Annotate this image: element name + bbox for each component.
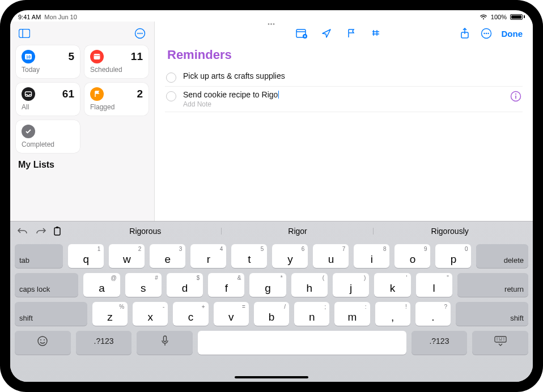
svg-point-3 bbox=[137, 33, 138, 34]
key-r[interactable]: r4 bbox=[190, 244, 226, 268]
keyboard-suggestions: Rigorous Rigor Rigorously bbox=[69, 224, 526, 238]
count-all: 61 bbox=[62, 88, 74, 100]
svg-point-25 bbox=[40, 339, 41, 340]
more-sidebar-icon[interactable] bbox=[134, 27, 146, 40]
undo-icon[interactable] bbox=[17, 227, 28, 236]
key-h[interactable]: h( bbox=[291, 273, 328, 297]
suggestion[interactable]: Rigor bbox=[222, 224, 374, 238]
key-c[interactable]: c+ bbox=[173, 302, 208, 326]
battery-icon bbox=[510, 14, 525, 20]
label-today: Today bbox=[22, 66, 74, 74]
smart-lists: 10 5 Today 11 Scheduled bbox=[16, 45, 149, 153]
clipboard-icon[interactable] bbox=[53, 226, 62, 236]
card-flagged[interactable]: 2 Flagged bbox=[84, 83, 149, 116]
ipad-device-frame: ••• 9:41 AM Mon Jun 10 100% bbox=[0, 0, 543, 392]
key-e[interactable]: e3 bbox=[150, 244, 185, 268]
svg-rect-21 bbox=[515, 96, 516, 99]
sidebar: 10 5 Today 11 Scheduled bbox=[10, 22, 155, 221]
keyboard: Rigorous Rigor Rigorously tab q1w2e3r4t5… bbox=[10, 221, 533, 382]
screen: ••• 9:41 AM Mon Jun 10 100% bbox=[10, 10, 533, 382]
tag-icon[interactable] bbox=[370, 27, 383, 40]
key-z[interactable]: z% bbox=[92, 302, 128, 326]
key-d[interactable]: d$ bbox=[167, 273, 203, 297]
key-space[interactable] bbox=[198, 331, 406, 355]
key-.[interactable]: .? bbox=[415, 302, 451, 326]
key-numeric-left[interactable]: .?123 bbox=[76, 331, 132, 355]
card-today[interactable]: 10 5 Today bbox=[16, 45, 80, 78]
key-g[interactable]: g* bbox=[249, 273, 286, 297]
home-indicator[interactable] bbox=[235, 376, 308, 378]
key-,[interactable]: ,! bbox=[375, 302, 410, 326]
card-all[interactable]: 61 All bbox=[16, 83, 80, 116]
key-delete[interactable]: delete bbox=[476, 244, 528, 268]
reminder-row-editing[interactable]: Send cookie recipe to Rigo Add Note bbox=[165, 87, 523, 112]
main-toolbar: Done bbox=[165, 24, 523, 43]
reminder-row[interactable]: Pick up arts & crafts supplies bbox=[165, 68, 523, 87]
key-x[interactable]: x- bbox=[133, 302, 168, 326]
flag-icon bbox=[90, 87, 104, 101]
key-shift-right[interactable]: shift bbox=[456, 302, 528, 326]
more-main-icon[interactable] bbox=[480, 27, 493, 40]
svg-rect-28 bbox=[495, 336, 506, 342]
reminder-text-editing[interactable]: Send cookie recipe to Rigo bbox=[183, 90, 503, 99]
key-shift-left[interactable]: shift bbox=[15, 302, 87, 326]
multitasking-dots-icon[interactable]: ••• bbox=[268, 21, 275, 27]
reminder-radio[interactable] bbox=[166, 91, 176, 101]
key-i[interactable]: i8 bbox=[354, 244, 389, 268]
status-bar: 9:41 AM Mon Jun 10 100% bbox=[10, 10, 533, 22]
list-title: Reminders bbox=[167, 48, 523, 62]
key-b[interactable]: b/ bbox=[254, 302, 289, 326]
toggle-sidebar-icon[interactable] bbox=[18, 27, 31, 40]
key-capslock[interactable]: caps lock bbox=[15, 273, 78, 297]
key-v[interactable]: v= bbox=[214, 302, 249, 326]
label-all: All bbox=[22, 103, 74, 111]
calendar-icon bbox=[90, 50, 104, 63]
count-flagged: 2 bbox=[137, 88, 143, 100]
card-scheduled[interactable]: 11 Scheduled bbox=[84, 45, 149, 78]
key-f[interactable]: f& bbox=[208, 273, 244, 297]
svg-point-5 bbox=[141, 33, 142, 34]
key-m[interactable]: m: bbox=[334, 302, 370, 326]
key-a[interactable]: a@ bbox=[83, 273, 120, 297]
card-completed[interactable]: Completed bbox=[16, 120, 80, 153]
key-tab[interactable]: tab bbox=[15, 244, 63, 268]
key-j[interactable]: j) bbox=[333, 273, 369, 297]
calendar-add-icon[interactable] bbox=[295, 27, 308, 40]
key-n[interactable]: n; bbox=[294, 302, 329, 326]
key-l[interactable]: l" bbox=[416, 273, 452, 297]
add-note-placeholder[interactable]: Add Note bbox=[183, 100, 503, 108]
suggestion[interactable]: Rigorous bbox=[69, 224, 222, 238]
key-hide-keyboard[interactable] bbox=[472, 331, 528, 355]
share-icon[interactable] bbox=[459, 27, 471, 40]
key-dictation[interactable] bbox=[137, 331, 193, 355]
key-numeric-right[interactable]: .?123 bbox=[412, 331, 468, 355]
done-button[interactable]: Done bbox=[502, 29, 523, 39]
key-s[interactable]: s# bbox=[125, 273, 162, 297]
svg-rect-8 bbox=[94, 54, 100, 59]
key-u[interactable]: u7 bbox=[313, 244, 349, 268]
key-y[interactable]: y6 bbox=[272, 244, 308, 268]
flag-toolbar-icon[interactable] bbox=[345, 27, 358, 40]
reminder-text[interactable]: Pick up arts & crafts supplies bbox=[183, 71, 521, 80]
key-return[interactable]: return bbox=[457, 273, 528, 297]
calendar-today-icon: 10 bbox=[22, 50, 35, 63]
key-p[interactable]: p0 bbox=[435, 244, 471, 268]
key-w[interactable]: w2 bbox=[109, 244, 145, 268]
my-lists-heading: My Lists bbox=[18, 160, 146, 170]
info-icon[interactable] bbox=[510, 91, 521, 102]
checkmark-icon bbox=[22, 125, 35, 138]
svg-point-24 bbox=[38, 336, 47, 346]
status-date: Mon Jun 10 bbox=[44, 14, 77, 20]
svg-rect-22 bbox=[54, 228, 60, 235]
suggestion[interactable]: Rigorously bbox=[374, 224, 526, 238]
location-icon[interactable] bbox=[320, 27, 333, 40]
key-emoji[interactable] bbox=[15, 331, 71, 355]
redo-icon[interactable] bbox=[35, 227, 46, 236]
key-k[interactable]: k' bbox=[374, 273, 410, 297]
svg-point-4 bbox=[139, 33, 141, 34]
key-o[interactable]: o9 bbox=[394, 244, 430, 268]
key-t[interactable]: t5 bbox=[231, 244, 267, 268]
wifi-icon bbox=[480, 14, 487, 20]
reminder-radio[interactable] bbox=[166, 73, 176, 83]
key-q[interactable]: q1 bbox=[68, 244, 104, 268]
